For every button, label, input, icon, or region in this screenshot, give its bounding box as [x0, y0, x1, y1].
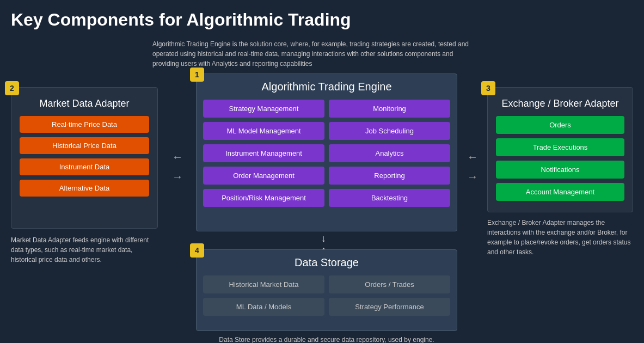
data-storage-title: Data Storage: [203, 256, 450, 269]
data-storage-badge: 4: [190, 243, 204, 258]
exchange-broker-box: 3 Exchange / Broker Adapter Orders Trade…: [487, 87, 633, 212]
market-data-adapter-box: 2 Market Data Adapter Real-time Price Da…: [11, 87, 158, 229]
real-time-price-btn[interactable]: Real-time Price Data: [20, 116, 149, 133]
order-management-btn[interactable]: Order Management: [203, 167, 324, 185]
market-data-description: Market Data Adapter feeds engine with di…: [11, 235, 152, 265]
trading-engine-title: Algorithmic Trading Engine: [203, 81, 450, 93]
orders-trades-btn[interactable]: Orders / Trades: [329, 275, 450, 293]
exchange-badge: 3: [481, 81, 495, 95]
reporting-btn[interactable]: Reporting: [329, 167, 450, 185]
alternative-data-btn[interactable]: Alternative Data: [20, 180, 149, 197]
exchange-title: Exchange / Broker Adapter: [496, 98, 624, 109]
strategy-performance-btn[interactable]: Strategy Performance: [329, 298, 450, 316]
monitoring-btn[interactable]: Monitoring: [329, 100, 450, 118]
historical-price-btn[interactable]: Historical Price Data: [20, 137, 149, 154]
instrument-data-btn[interactable]: Instrument Data: [20, 158, 149, 175]
page-title: Key Components for Algorithmic Trading: [0, 0, 644, 34]
backtesting-btn[interactable]: Backtesting: [329, 189, 450, 207]
account-management-btn[interactable]: Account Management: [496, 183, 624, 201]
data-storage-box: 4 Data Storage Historical Market Data Or…: [196, 249, 457, 331]
exchange-description: Exchange / Broker Adapter manages the in…: [487, 218, 633, 257]
market-data-badge: 2: [5, 81, 19, 95]
trade-executions-btn[interactable]: Trade Executions: [496, 138, 624, 156]
trading-engine-badge: 1: [190, 68, 204, 82]
left-right-arrow-2: ← →: [459, 147, 486, 186]
instrument-management-btn[interactable]: Instrument Management: [203, 144, 324, 162]
engine-grid: Strategy Management Monitoring ML Model …: [203, 100, 450, 207]
job-scheduling-btn[interactable]: Job Scheduling: [329, 122, 450, 140]
orders-btn[interactable]: Orders: [496, 116, 624, 134]
left-right-arrow-1: ← →: [161, 147, 194, 186]
ml-data-models-btn[interactable]: ML Data / Models: [203, 298, 324, 316]
notifications-btn[interactable]: Notifications: [496, 161, 624, 179]
analytics-btn[interactable]: Analytics: [329, 144, 450, 162]
page-description: Algorithmic Trading Engine is the soluti…: [152, 39, 474, 69]
strategy-management-btn[interactable]: Strategy Management: [203, 100, 324, 118]
down-arrow-icon: ↓: [321, 233, 326, 244]
data-storage-footer: Data Store provides a durable and secure…: [196, 335, 457, 343]
historical-market-data-btn[interactable]: Historical Market Data: [203, 275, 324, 293]
storage-grid: Historical Market Data Orders / Trades M…: [203, 275, 450, 316]
market-data-title: Market Data Adapter: [20, 98, 149, 109]
position-risk-btn[interactable]: Position/Risk Management: [203, 189, 324, 207]
ml-model-management-btn[interactable]: ML Model Management: [203, 122, 324, 140]
trading-engine-box: 1 Algorithmic Trading Engine Strategy Ma…: [196, 74, 457, 231]
